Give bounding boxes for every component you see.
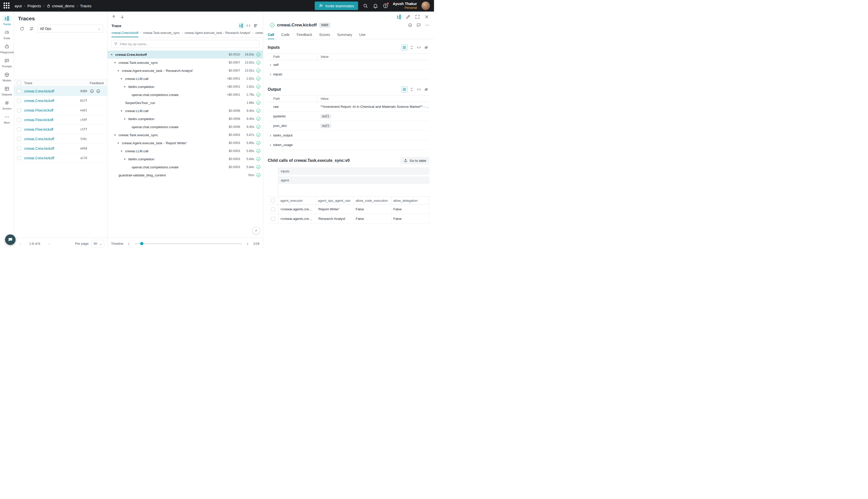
row-checkbox[interactable] [17,127,21,131]
row-checkbox[interactable] [17,99,21,103]
trace-link[interactable]: crewai.Flow.kickoff [24,118,53,122]
breadcrumb-project[interactable]: crewai_demo [47,4,74,8]
search-icon[interactable] [363,3,368,9]
sidebar-item-scorers[interactable]: Scorers [0,98,14,112]
flame-graph-button[interactable] [252,22,259,29]
code-view-button[interactable] [416,86,422,93]
table-row[interactable]: crewai.Crew.kickoff657f [14,96,107,106]
trace-tree-row[interactable]: openai.chat.completions.create <$0.0001 … [108,91,263,99]
call-path-item[interactable]: crewai.LLM.call [256,29,263,37]
trace-link[interactable]: crewai.Crew.kickoff [24,146,54,150]
chevron-down-icon[interactable]: ▾ [124,85,128,88]
sidebar-item-datasets[interactable]: Datasets [0,84,14,98]
code-view-button[interactable] [245,22,252,29]
trace-tree-row[interactable]: ▾ crewai.LLM.call $0.0006 9.40s [108,107,263,115]
chevron-right-icon[interactable]: › [268,143,273,147]
ops-filter-select[interactable]: All Ops ⌄ [37,25,103,33]
add-emoji-icon[interactable] [408,23,412,27]
table-row[interactable]: crewai.Flow.kickoffc5ff [14,125,107,134]
tab-code[interactable]: Code [281,31,289,39]
table-row[interactable]: crewai.Flow.kickoffeab1 [14,106,107,115]
trace-link[interactable]: crewai.Crew.kickoff [24,99,54,103]
trace-tree-row[interactable]: ▾ litellm.completion $0.0003 5.84s [108,155,263,163]
trace-tree-row[interactable]: SerperDevTool._run 1.66s [108,99,263,107]
chevron-down-icon[interactable]: ▾ [124,158,128,161]
trace-tree-row[interactable]: ▾ crewai.LLM.call $0.0003 5.85s [108,147,263,155]
expand-rows-button[interactable] [408,44,415,51]
call-path-item[interactable]: crewai.Task.execute_sync [143,29,179,37]
chevron-down-icon[interactable]: ▾ [114,61,119,64]
trace-tree-row[interactable]: ▾ crewai.Agent.execute_task - 'Report Wr… [108,139,263,147]
next-sibling-button[interactable] [119,13,126,21]
trace-link[interactable]: crewai.Crew.kickoff [24,156,54,160]
column-header[interactable]: allow_delegation [391,197,429,204]
input-row[interactable]: ›self [268,60,430,70]
expand-rows-button[interactable] [408,86,415,93]
child-call-row[interactable]: <crewai.agents.cre... 'Report Writer' Fa… [278,205,430,214]
refresh-button[interactable] [18,25,26,33]
op-filter-input[interactable] [120,42,257,46]
table-row[interactable]: crewai.Crew.kickoff9d89 [14,86,107,96]
trace-tree-row[interactable]: ▾ crewai.Task.execute_sync $0.0007 13.92… [108,59,263,66]
trace-link[interactable]: crewai.Flow.kickoff [24,108,53,112]
trace-tree-row[interactable]: ▾ crewai.Task.execute_sync $0.0003 5.87s [108,131,263,139]
hide-values-button[interactable] [423,44,430,51]
prev-page-button[interactable]: ‹ [17,241,24,247]
row-checkbox[interactable] [17,108,21,112]
tab-scores[interactable]: Scores [319,31,330,39]
chevron-down-icon[interactable]: ▾ [121,109,125,112]
output-row[interactable]: json_dict null [268,121,430,131]
per-page-select[interactable]: 50 ⌄ [91,240,104,247]
chevron-down-icon[interactable]: ▾ [111,53,115,56]
user-menu[interactable]: Ayush Thakur Personal [393,2,417,10]
trace-tree-row[interactable]: ▾ litellm.completion <$0.0001 2.82s [108,83,263,91]
trace-tree-row[interactable]: guardrail-validate_blog_content 0ms [108,171,263,179]
chevron-right-icon[interactable]: › [268,133,273,137]
column-header[interactable]: agent_executor [278,197,316,204]
trace-tree-row[interactable]: ▾ crewai.Agent.execute_task - 'Research … [108,66,263,75]
call-path-item[interactable]: crewai.Crew.kickoff [112,29,138,37]
trace-tree-row[interactable]: openai.chat.completions.create $0.0006 9… [108,123,263,131]
smiley-feedback-icon[interactable] [90,89,94,94]
chevron-right-icon[interactable]: › [268,72,273,76]
timeline-next-button[interactable]: › [245,241,251,247]
code-view-button[interactable] [416,44,422,51]
avatar[interactable] [421,1,430,10]
wandb-logo[interactable] [3,2,10,9]
output-row[interactable]: pydantic null [268,112,430,121]
comment-icon[interactable] [417,23,421,27]
trace-tree-row[interactable]: openai.chat.completions.create $0.0003 5… [108,163,263,171]
hide-values-button[interactable] [423,86,430,93]
chevron-down-icon[interactable]: ▾ [121,149,125,153]
row-checkbox[interactable] [17,137,21,141]
edit-button[interactable] [406,14,411,20]
tree-view-button[interactable] [238,22,244,29]
row-checkbox[interactable] [17,118,21,122]
table-row[interactable]: crewai.Crew.kickoffe058 [14,144,107,153]
list-view-button[interactable] [401,44,408,51]
notifications-bell-icon[interactable] [373,3,378,9]
trace-link[interactable]: crewai.Crew.kickoff [24,89,54,93]
column-header[interactable]: b [429,197,430,204]
prev-sibling-button[interactable] [110,13,117,21]
column-header[interactable]: agent_ops_agent_nan [316,197,354,204]
next-page-button[interactable]: › [46,241,52,247]
tab-feedback[interactable]: Feedback [297,31,312,39]
frowny-feedback-icon[interactable] [96,89,100,94]
select-all-checkbox[interactable] [271,198,275,203]
sidebar-item-prompts[interactable]: Prompts [0,56,14,70]
trace-tree-row[interactable]: ▾ crewai.LLM.call <$0.0001 2.82s [108,75,263,83]
tab-use[interactable]: Use [359,31,365,39]
breadcrumb-projects[interactable]: Projects [27,4,41,8]
chevron-down-icon[interactable]: ▾ [114,133,119,137]
chevron-right-icon[interactable]: › [268,63,273,67]
tab-call[interactable]: Call [268,31,274,39]
help-icon[interactable] [383,3,388,9]
breadcrumb-entity[interactable]: ayut [15,4,22,8]
row-checkbox[interactable] [17,89,21,93]
row-checkbox[interactable] [271,207,275,211]
trace-tree-row[interactable]: ▾ crewai.Crew.kickoff $0.0010 19.83s [108,50,263,59]
overflow-menu-icon[interactable]: ⋯ [425,23,430,27]
output-row[interactable]: raw **Investment Report: AI in Chemical … [268,102,430,112]
close-icon[interactable] [424,14,430,20]
